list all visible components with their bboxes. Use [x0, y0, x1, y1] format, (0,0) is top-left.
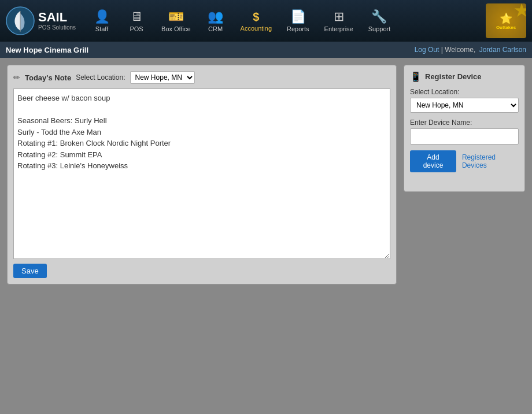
register-actions: Add device Registered Devices: [410, 150, 519, 172]
register-location-select[interactable]: New Hope, MN: [410, 98, 519, 113]
username-text: Jordan Carlson: [479, 46, 526, 54]
edit-icon: ✏: [13, 73, 20, 82]
support-icon: 🔧: [371, 9, 387, 24]
register-device-panel: 📱 Register Device Select Location: New H…: [404, 65, 525, 192]
nav-pos[interactable]: 🖥 POS: [122, 7, 151, 35]
register-title: Register Device: [425, 72, 482, 81]
brand-text: SAIL POS Solutions: [38, 11, 76, 31]
header-right: ⭐ Outtakes: [486, 3, 526, 38]
note-textarea[interactable]: Beer cheese w/ bacon soup Seasonal Beers…: [13, 88, 390, 259]
boxoffice-icon: 🎫: [168, 9, 184, 24]
user-info: Log Out | Welcome, Jordan Carlson: [415, 46, 526, 54]
device-icon: 📱: [410, 71, 422, 82]
outtakes-badge: ⭐ Outtakes: [486, 3, 526, 38]
crm-icon: 👥: [208, 9, 223, 24]
subheader: New Hope Cinema Grill Log Out | Welcome,…: [0, 42, 532, 58]
nav-support[interactable]: 🔧 Support: [364, 7, 396, 35]
header: SAIL POS Solutions 👤 Staff 🖥 POS 🎫 Box O…: [0, 0, 532, 42]
brand-name: SAIL: [38, 11, 76, 24]
logo-area: SAIL POS Solutions: [6, 6, 76, 35]
accounting-icon: $: [253, 10, 259, 24]
device-name-group: Enter Device Name:: [410, 119, 519, 145]
registered-devices-link[interactable]: Registered Devices: [462, 153, 519, 169]
logout-link[interactable]: Log Out: [415, 46, 439, 54]
note-location-label: Select Location:: [76, 73, 125, 82]
main-content: ✏ Today's Note Select Location: New Hope…: [0, 58, 532, 414]
note-location-select[interactable]: New Hope, MN: [130, 71, 195, 84]
nav-boxoffice[interactable]: 🎫 Box Office: [157, 7, 195, 35]
nav-reports[interactable]: 📄 Reports: [282, 7, 314, 35]
location-name: New Hope Cinema Grill: [6, 46, 88, 54]
nav-enterprise[interactable]: ⊞ Enterprise: [320, 7, 358, 35]
note-title: Today's Note: [25, 73, 71, 82]
register-location-group: Select Location: New Hope, MN: [410, 88, 519, 113]
note-panel: ✏ Today's Note Select Location: New Hope…: [7, 65, 397, 284]
welcome-text: Welcome,: [445, 46, 475, 54]
note-header: ✏ Today's Note Select Location: New Hope…: [13, 71, 390, 84]
sail-logo: [6, 6, 35, 35]
pos-icon: 🖥: [130, 9, 143, 24]
nav-staff[interactable]: 👤 Staff: [87, 7, 116, 35]
brand-sub: POS Solutions: [38, 25, 76, 31]
register-header: 📱 Register Device: [410, 71, 519, 82]
device-name-input[interactable]: [410, 128, 519, 145]
reports-icon: 📄: [290, 9, 306, 24]
save-button[interactable]: Save: [13, 264, 47, 278]
staff-icon: 👤: [94, 9, 110, 24]
enterprise-icon: ⊞: [334, 9, 344, 24]
nav-crm[interactable]: 👥 CRM: [201, 7, 230, 35]
device-name-label: Enter Device Name:: [410, 119, 519, 127]
add-device-button[interactable]: Add device: [410, 150, 456, 172]
register-location-label: Select Location:: [410, 88, 519, 96]
nav-accounting[interactable]: $ Accounting: [236, 8, 276, 34]
